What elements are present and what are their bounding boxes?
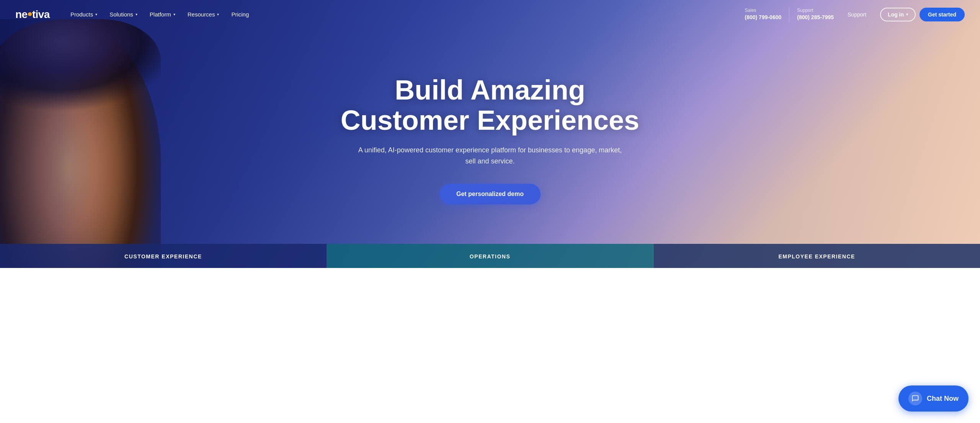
get-started-button[interactable]: Get started	[920, 8, 965, 21]
hero-content: Build Amazing Customer Experiences A uni…	[333, 75, 647, 204]
sales-label: Sales	[745, 7, 782, 14]
logo-text: netiva	[15, 8, 50, 21]
support-link[interactable]: Support	[848, 11, 866, 18]
chevron-down-icon: ▾	[906, 12, 908, 16]
sales-phone[interactable]: (800) 799-0600	[745, 14, 782, 21]
chevron-down-icon: ▾	[217, 12, 219, 16]
bottom-tabs: CUSTOMER EXPERIENCE OPERATIONS EMPLOYEE …	[0, 244, 980, 268]
support-label: Support	[797, 7, 834, 14]
person-dark-overlay	[0, 19, 161, 268]
tab-customer-experience[interactable]: CUSTOMER EXPERIENCE	[0, 244, 327, 268]
divider	[789, 7, 789, 22]
support-contact: Support (800) 285-7995	[797, 7, 834, 21]
tab-employee-experience[interactable]: EMPLOYEE EXPERIENCE	[653, 244, 980, 268]
demo-button[interactable]: Get personalized demo	[439, 184, 541, 204]
tab-operations[interactable]: OPERATIONS	[327, 244, 654, 268]
chevron-down-icon: ▾	[173, 12, 175, 16]
nav-item-solutions[interactable]: Solutions ▾	[104, 8, 143, 21]
hero-section: Build Amazing Customer Experiences A uni…	[0, 0, 980, 268]
nav-item-products[interactable]: Products ▾	[65, 8, 103, 21]
login-button[interactable]: Log in ▾	[880, 8, 916, 21]
nav-item-pricing[interactable]: Pricing	[226, 8, 254, 21]
nav-contact: Sales (800) 799-0600 Support (800) 285-7…	[745, 7, 873, 22]
nav-links: Products ▾ Solutions ▾ Platform ▾ Resour…	[65, 8, 745, 21]
chevron-down-icon: ▾	[95, 12, 97, 16]
chevron-down-icon: ▾	[136, 12, 137, 16]
hero-title: Build Amazing Customer Experiences	[341, 75, 639, 136]
support-phone[interactable]: (800) 285-7995	[797, 14, 834, 21]
hero-subtitle: A unified, AI-powered customer experienc…	[356, 145, 624, 167]
logo-dot-icon	[28, 12, 32, 16]
hero-person-image	[0, 19, 161, 268]
logo[interactable]: netiva	[15, 8, 50, 21]
sales-contact: Sales (800) 799-0600	[745, 7, 782, 21]
nav-item-resources[interactable]: Resources ▾	[182, 8, 225, 21]
navbar: netiva Products ▾ Solutions ▾ Platform ▾…	[0, 0, 980, 29]
nav-item-platform[interactable]: Platform ▾	[144, 8, 181, 21]
